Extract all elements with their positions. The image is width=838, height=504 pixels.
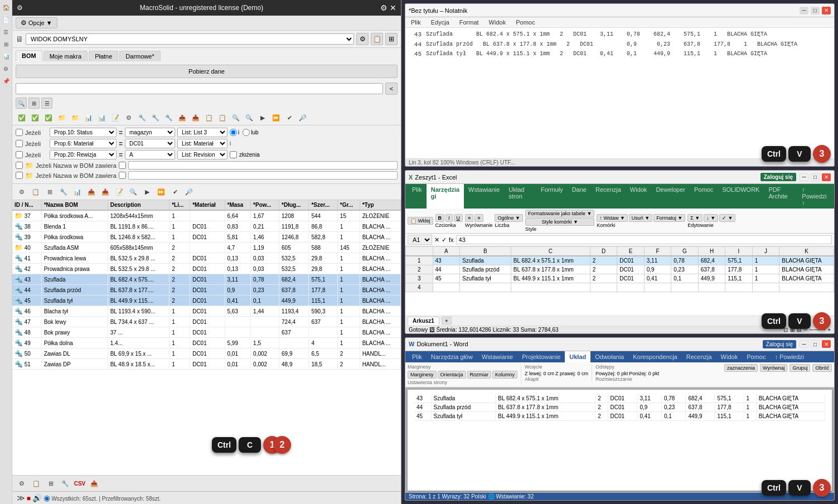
filter3-checkbox[interactable] <box>16 151 23 158</box>
excel-align-center[interactable]: ≡ <box>474 214 483 222</box>
tab-bom[interactable]: BOM <box>16 50 42 61</box>
toolbar-btn-11[interactable]: 🔧 <box>149 112 162 124</box>
excel-cell-d[interactable]: 2 <box>590 274 617 283</box>
excel-cell-i[interactable]: 575,1 <box>725 256 753 265</box>
word-maximize[interactable]: □ <box>811 340 820 348</box>
toolbar-btn-1[interactable]: ✅ <box>16 112 28 124</box>
excel-delete-btn[interactable]: Usuń ▼ <box>629 214 652 222</box>
bottom-btn-7[interactable]: 📥 <box>99 186 112 198</box>
bottom-btn-13[interactable]: 🔎 <box>183 186 195 198</box>
excel-tab-pdf[interactable]: PDF Archite <box>764 184 797 209</box>
sidebar-icon-settings[interactable]: ⚙ <box>1 64 11 74</box>
filter2-value-dropdown[interactable]: DC01 <box>125 139 175 148</box>
toolbar-btn-3[interactable]: ✅ <box>42 112 55 124</box>
excel-cell-h[interactable] <box>698 283 725 292</box>
toolbar-btn-9[interactable]: ⚙ <box>123 112 135 124</box>
btoolbar-btn-3[interactable]: ⊞ <box>45 477 57 490</box>
excel-col-d[interactable]: D <box>590 247 617 256</box>
excel-col-g[interactable]: G <box>671 247 699 256</box>
toolbar-btn-19[interactable]: ▶ <box>256 112 269 124</box>
filter1-radio-i[interactable]: i <box>230 129 239 136</box>
excel-cell-e[interactable]: DC01 <box>617 274 645 283</box>
word-margins-btn[interactable]: Marginesy <box>408 371 437 379</box>
word-columns-btn[interactable]: Kolumny <box>492 371 517 379</box>
excel-cell-g[interactable] <box>671 283 699 292</box>
word-tab-recenzja[interactable]: Recenzja <box>682 351 716 362</box>
word-close[interactable]: ✕ <box>822 340 831 348</box>
table-row[interactable]: 📁 37Półka środkowa A...1208x544x15mm16,6… <box>12 210 401 221</box>
bottom-btn-11[interactable]: ⏩ <box>155 186 167 198</box>
word-zaloguj-btn[interactable]: Zaloguj się <box>763 340 796 348</box>
excel-cell-e[interactable]: DC01 <box>617 265 645 274</box>
notepad-maximize[interactable]: □ <box>811 7 820 14</box>
word-tab-powiedzi[interactable]: ↑ Powiedzi <box>770 351 808 362</box>
excel-cell-h[interactable]: 637,8 <box>698 265 725 274</box>
excel-cell-i[interactable]: 115,1 <box>725 274 753 283</box>
word-tab-widok[interactable]: Widok <box>716 351 743 362</box>
bottom-btn-8[interactable]: 📝 <box>113 186 125 198</box>
opcje-button[interactable]: ⚙ Opcje ▼ <box>16 17 57 28</box>
toolbar-btn-2[interactable]: ✅ <box>29 112 41 124</box>
word-tab-pomoc[interactable]: Pomoc <box>742 351 770 362</box>
bottom-btn-10[interactable]: ▶ <box>141 186 153 198</box>
excel-cell-k[interactable] <box>779 283 834 292</box>
table-row[interactable]: 🔩 47Bok lewyBL 734.4 x 637 ...1DC01724,4… <box>12 317 401 327</box>
filter1-checkbox[interactable] <box>16 129 23 136</box>
word-tab-odwolania[interactable]: Odwołania <box>590 351 628 362</box>
excel-add-sheet[interactable]: + <box>442 317 452 324</box>
word-tab-uklad[interactable]: Układ <box>565 351 590 362</box>
tab-darmowe[interactable]: Darmowe* <box>119 51 160 61</box>
table-row[interactable]: 🔩 38Blenda 1BL 1191.8 x 86....1DC010,830… <box>12 221 401 232</box>
view-extra2-btn[interactable]: ⊞ <box>385 33 398 45</box>
bottom-btn-2[interactable]: 📋 <box>30 186 42 198</box>
excel-tab-pomoc[interactable]: Pomoc <box>690 184 718 209</box>
excel-cell-b[interactable]: Szuflada przód <box>460 265 511 274</box>
excel-tab-formuly[interactable]: Formuły <box>536 184 568 209</box>
excel-tab-narzedzia[interactable]: Narzędzia gi <box>427 184 464 209</box>
excel-cell-j[interactable] <box>752 283 779 292</box>
title-close-icon[interactable]: ✕ <box>390 3 396 12</box>
excel-col-h[interactable]: H <box>698 247 725 256</box>
namefilter2-text-input[interactable] <box>128 171 398 180</box>
toolbar-btn-12[interactable]: 🔧 <box>163 112 175 124</box>
excel-tab-solid[interactable]: SOLIDWORK <box>718 184 764 209</box>
btoolbar-csv[interactable]: CSV <box>74 477 86 490</box>
excel-cell-a[interactable]: 44 <box>433 265 460 274</box>
toolbar-btn-6[interactable]: 📊 <box>83 112 95 124</box>
table-row[interactable]: 🔩 43SzufladaBL 682.4 x 575....2DC013,110… <box>12 274 401 285</box>
excel-clear-btn[interactable]: ✓ ▼ <box>719 214 735 222</box>
excel-cell-b[interactable] <box>460 283 511 292</box>
excel-tab-help[interactable]: ↑ Powiedzi ↑ <box>797 184 832 209</box>
sidebar-icon-home[interactable]: 🏠 <box>1 2 11 12</box>
word-grupuj-btn[interactable]: Grupuj <box>789 364 810 372</box>
excel-cell-i[interactable] <box>725 283 753 292</box>
sidebar-icon-chart[interactable]: 📊 <box>1 51 11 61</box>
sidebar-icon-grid[interactable]: ⊞ <box>1 39 11 49</box>
filter1-value-dropdown[interactable]: magazyn <box>125 128 175 137</box>
bottom-btn-4[interactable]: 🔧 <box>57 186 70 198</box>
excel-col-f[interactable]: F <box>644 247 671 256</box>
word-tab-wstawianie[interactable]: Wstawianie <box>477 351 517 362</box>
excel-sheet-arkusz1[interactable]: Arkusz1 <box>408 317 439 325</box>
excel-insert-btn[interactable]: ↑ Wstaw ▼ <box>597 214 627 222</box>
word-obrot-btn[interactable]: Obróć <box>812 364 832 372</box>
excel-formula-input[interactable] <box>456 235 832 244</box>
excel-bold[interactable]: B <box>435 214 445 222</box>
namefilter1-checkbox[interactable] <box>16 162 23 169</box>
excel-col-e[interactable]: E <box>617 247 645 256</box>
excel-maximize[interactable]: □ <box>811 173 820 181</box>
notepad-menu-pomoc[interactable]: Pomoc <box>514 18 537 26</box>
title-settings-icon[interactable]: ⚙ <box>380 3 387 12</box>
excel-tab-plik[interactable]: Plik <box>408 184 427 209</box>
excel-sum-btn[interactable]: Σ ▼ <box>687 214 703 222</box>
excel-cell-h[interactable]: 449,9 <box>698 274 725 283</box>
excel-col-a[interactable]: A <box>433 247 460 256</box>
excel-cell-k[interactable]: BLACHA GIĘTA <box>779 265 834 274</box>
namefilter2-checkbox[interactable] <box>16 172 23 179</box>
excel-cell-f[interactable]: 3,11 <box>644 256 671 265</box>
excel-col-j[interactable]: J <box>752 247 779 256</box>
excel-cell-c[interactable] <box>511 283 590 292</box>
notepad-minimize[interactable]: ─ <box>800 7 808 14</box>
notepad-text[interactable]: 43 Szuflada BL 682.4 x 575.1 x 1mm 2 DC0… <box>408 30 832 60</box>
excel-tab-widok[interactable]: Widok <box>626 184 652 209</box>
